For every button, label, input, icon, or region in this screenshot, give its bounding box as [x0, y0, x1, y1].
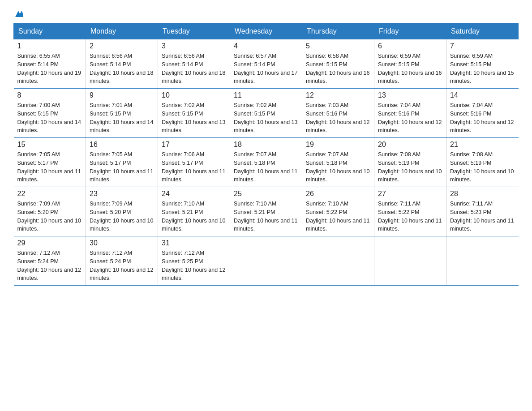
day-info: Sunrise: 7:08 AMSunset: 5:19 PMDaylight:… [450, 151, 514, 183]
day-number: 27 [378, 190, 442, 198]
calendar-cell: 18 Sunrise: 7:07 AMSunset: 5:18 PMDaylig… [230, 138, 302, 187]
day-number: 29 [17, 239, 82, 247]
calendar-cell: 13 Sunrise: 7:04 AMSunset: 5:16 PMDaylig… [374, 89, 446, 138]
day-number: 2 [90, 42, 154, 50]
day-number: 19 [306, 141, 370, 149]
calendar-cell: 24 Sunrise: 7:10 AMSunset: 5:21 PMDaylig… [158, 187, 230, 236]
calendar-cell: 26 Sunrise: 7:10 AMSunset: 5:22 PMDaylig… [302, 187, 374, 236]
day-header-sunday: Sunday [14, 24, 86, 39]
day-info: Sunrise: 7:05 AMSunset: 5:17 PMDaylight:… [90, 151, 153, 183]
day-info: Sunrise: 7:07 AMSunset: 5:18 PMDaylight:… [306, 151, 369, 183]
day-info: Sunrise: 7:02 AMSunset: 5:15 PMDaylight:… [234, 102, 297, 133]
calendar-cell: 5 Sunrise: 6:58 AMSunset: 5:15 PMDayligh… [302, 39, 374, 89]
day-number: 3 [162, 42, 226, 50]
logo [13, 9, 25, 19]
logo-arrow-icon [13, 9, 23, 19]
calendar-cell: 22 Sunrise: 7:09 AMSunset: 5:20 PMDaylig… [14, 187, 86, 236]
day-number: 4 [234, 42, 298, 50]
day-number: 25 [234, 190, 298, 198]
day-number: 9 [90, 91, 154, 99]
day-header-monday: Monday [86, 24, 158, 39]
calendar-table: SundayMondayTuesdayWednesdayThursdayFrid… [13, 23, 519, 286]
day-info: Sunrise: 7:10 AMSunset: 5:22 PMDaylight:… [306, 201, 369, 232]
day-number: 30 [90, 239, 154, 247]
calendar-cell: 25 Sunrise: 7:10 AMSunset: 5:21 PMDaylig… [230, 187, 302, 236]
calendar-week-row: 8 Sunrise: 7:00 AMSunset: 5:15 PMDayligh… [14, 89, 519, 138]
day-info: Sunrise: 7:11 AMSunset: 5:23 PMDaylight:… [450, 201, 514, 232]
day-info: Sunrise: 7:11 AMSunset: 5:22 PMDaylight:… [378, 201, 442, 232]
calendar-week-row: 1 Sunrise: 6:55 AMSunset: 5:14 PMDayligh… [14, 39, 519, 89]
day-info: Sunrise: 7:05 AMSunset: 5:17 PMDaylight:… [17, 151, 81, 183]
day-info: Sunrise: 7:07 AMSunset: 5:18 PMDaylight:… [234, 151, 297, 183]
day-info: Sunrise: 6:56 AMSunset: 5:14 PMDaylight:… [90, 53, 153, 84]
day-number: 24 [162, 190, 226, 198]
calendar-cell: 19 Sunrise: 7:07 AMSunset: 5:18 PMDaylig… [302, 138, 374, 187]
day-info: Sunrise: 7:08 AMSunset: 5:19 PMDaylight:… [378, 151, 442, 183]
calendar-cell: 4 Sunrise: 6:57 AMSunset: 5:14 PMDayligh… [230, 39, 302, 89]
day-number: 8 [17, 91, 82, 99]
calendar-body: 1 Sunrise: 6:55 AMSunset: 5:14 PMDayligh… [14, 39, 519, 286]
day-number: 7 [450, 42, 515, 50]
day-number: 31 [162, 239, 226, 247]
day-info: Sunrise: 7:09 AMSunset: 5:20 PMDaylight:… [17, 201, 81, 232]
day-number: 23 [90, 190, 154, 198]
calendar-week-row: 22 Sunrise: 7:09 AMSunset: 5:20 PMDaylig… [14, 187, 519, 236]
day-info: Sunrise: 7:00 AMSunset: 5:15 PMDaylight:… [17, 102, 81, 133]
day-number: 16 [90, 141, 154, 149]
day-info: Sunrise: 6:59 AMSunset: 5:15 PMDaylight:… [450, 53, 514, 84]
day-number: 18 [234, 141, 298, 149]
day-info: Sunrise: 7:10 AMSunset: 5:21 PMDaylight:… [162, 201, 225, 232]
calendar-cell: 21 Sunrise: 7:08 AMSunset: 5:19 PMDaylig… [446, 138, 519, 187]
calendar-cell: 15 Sunrise: 7:05 AMSunset: 5:17 PMDaylig… [14, 138, 86, 187]
calendar-cell [302, 236, 374, 286]
day-header-thursday: Thursday [302, 24, 374, 39]
day-number: 10 [162, 91, 226, 99]
day-info: Sunrise: 7:09 AMSunset: 5:20 PMDaylight:… [90, 201, 153, 232]
day-number: 26 [306, 190, 370, 198]
day-info: Sunrise: 7:12 AMSunset: 5:24 PMDaylight:… [17, 250, 81, 281]
day-number: 5 [306, 42, 370, 50]
calendar-cell [230, 236, 302, 286]
day-number: 12 [306, 91, 370, 99]
calendar-cell: 7 Sunrise: 6:59 AMSunset: 5:15 PMDayligh… [446, 39, 519, 89]
logo-blue-text [13, 9, 25, 19]
day-info: Sunrise: 6:59 AMSunset: 5:15 PMDaylight:… [378, 53, 442, 84]
day-number: 17 [162, 141, 226, 149]
day-info: Sunrise: 7:02 AMSunset: 5:15 PMDaylight:… [162, 102, 225, 133]
day-header-friday: Friday [374, 24, 446, 39]
day-header-saturday: Saturday [446, 24, 519, 39]
day-info: Sunrise: 6:55 AMSunset: 5:14 PMDaylight:… [17, 53, 81, 84]
day-info: Sunrise: 7:06 AMSunset: 5:17 PMDaylight:… [162, 151, 225, 183]
calendar-cell: 9 Sunrise: 7:01 AMSunset: 5:15 PMDayligh… [86, 89, 158, 138]
day-number: 22 [17, 190, 82, 198]
calendar-cell: 30 Sunrise: 7:12 AMSunset: 5:24 PMDaylig… [86, 236, 158, 286]
day-info: Sunrise: 7:03 AMSunset: 5:16 PMDaylight:… [306, 102, 369, 133]
day-header-tuesday: Tuesday [158, 24, 230, 39]
calendar-cell: 12 Sunrise: 7:03 AMSunset: 5:16 PMDaylig… [302, 89, 374, 138]
calendar-cell: 1 Sunrise: 6:55 AMSunset: 5:14 PMDayligh… [14, 39, 86, 89]
calendar-header: SundayMondayTuesdayWednesdayThursdayFrid… [14, 24, 519, 39]
day-info: Sunrise: 6:57 AMSunset: 5:14 PMDaylight:… [234, 53, 297, 84]
day-number: 21 [450, 141, 515, 149]
day-number: 15 [17, 141, 82, 149]
day-info: Sunrise: 7:04 AMSunset: 5:16 PMDaylight:… [450, 102, 514, 133]
day-number: 28 [450, 190, 515, 198]
day-number: 6 [378, 42, 442, 50]
calendar-cell: 20 Sunrise: 7:08 AMSunset: 5:19 PMDaylig… [374, 138, 446, 187]
calendar-cell: 6 Sunrise: 6:59 AMSunset: 5:15 PMDayligh… [374, 39, 446, 89]
calendar-cell: 17 Sunrise: 7:06 AMSunset: 5:17 PMDaylig… [158, 138, 230, 187]
calendar-cell: 2 Sunrise: 6:56 AMSunset: 5:14 PMDayligh… [86, 39, 158, 89]
day-info: Sunrise: 7:12 AMSunset: 5:25 PMDaylight:… [162, 250, 225, 281]
header [13, 9, 519, 19]
calendar-cell: 3 Sunrise: 6:56 AMSunset: 5:14 PMDayligh… [158, 39, 230, 89]
calendar-cell: 29 Sunrise: 7:12 AMSunset: 5:24 PMDaylig… [14, 236, 86, 286]
calendar-cell: 23 Sunrise: 7:09 AMSunset: 5:20 PMDaylig… [86, 187, 158, 236]
calendar-cell: 31 Sunrise: 7:12 AMSunset: 5:25 PMDaylig… [158, 236, 230, 286]
day-header-wednesday: Wednesday [230, 24, 302, 39]
calendar-week-row: 15 Sunrise: 7:05 AMSunset: 5:17 PMDaylig… [14, 138, 519, 187]
day-number: 13 [378, 91, 442, 99]
calendar-week-row: 29 Sunrise: 7:12 AMSunset: 5:24 PMDaylig… [14, 236, 519, 286]
calendar-cell [374, 236, 446, 286]
day-info: Sunrise: 6:56 AMSunset: 5:14 PMDaylight:… [162, 53, 225, 84]
day-number: 11 [234, 91, 298, 99]
